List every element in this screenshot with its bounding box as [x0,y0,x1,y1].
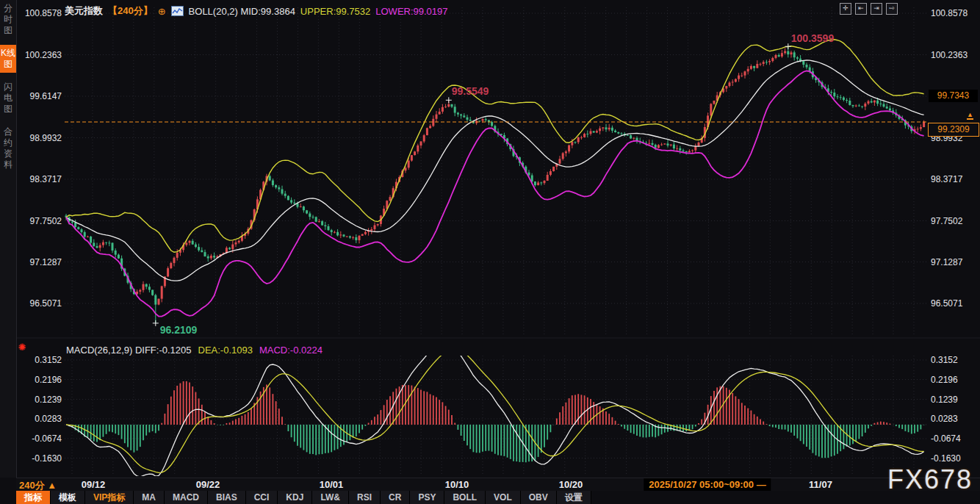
chart-header: 美元指数 【240分】 ⊕ BOLL(20,2) MID:99.3864 UPP… [65,4,448,18]
svg-text:96.2109: 96.2109 [160,324,198,336]
toolbar-btn-CCI[interactable]: CCI [246,491,278,504]
sidebar-item-1[interactable]: K线图 [0,45,16,73]
toolbar-btn-CR[interactable]: CR [381,491,410,504]
price-marker-icon: ▲ [967,112,973,120]
watermark: FX678 [887,464,973,495]
date-tick: 10/10 [445,479,469,490]
toolbar-btn-PSY[interactable]: PSY [410,491,444,504]
date-tick: 11/07 [809,479,832,490]
toolbar-btn-VOL[interactable]: VOL [486,491,521,504]
boll-upper-value: UPPER:99.7532 [300,6,370,17]
toolbar-btn-KDJ[interactable]: KDJ [278,491,312,504]
collapse-right-icon[interactable]: ⇨ [886,3,898,15]
window-tools: ✛⇤⇥⇨ [840,3,898,15]
macd-header: MACD(26,12,9) DIFF:-0.1205 DEA:-0.1093 M… [66,345,323,356]
toolbar-btn-BIAS[interactable]: BIAS [208,491,246,504]
boll-mid-value: BOLL(20,2) MID:99.3864 [189,6,295,17]
pan-icon[interactable]: ✛ [840,3,851,15]
toolbar-btn-模板[interactable]: 模板 [51,491,85,504]
sidebar-item-0[interactable]: 分时图 [0,0,16,39]
toolbar-btn-指标[interactable]: 指标 [16,491,51,504]
main-chart[interactable]: 96.210999.5549100.3599 [0,0,980,504]
last-price-tag: 99.2309 [928,123,979,137]
indicator-toolbar: 指标模板VIP指标MAMACDBIASCCIKDJLW&RSICRPSYBOLL… [16,491,980,504]
xaxis-row: 240分 ▲ 2025/10/27 05:00~09:00 — 09/1209/… [16,478,980,492]
sidebar-item-3[interactable]: 合约资料 [0,123,16,173]
symbol-name: 美元指数 [65,4,103,18]
toolbar-btn-MACD[interactable]: MACD [165,491,208,504]
toolbar-btn-设置[interactable]: 设置 [557,491,591,504]
chart-type-sidebar: 分时图K线图闪电图合约资料 [0,0,17,478]
macd-diff-value: MACD(26,12,9) DIFF:-0.1205 [66,345,192,356]
upper-band-price-tag: 99.7343 [929,90,978,102]
scale-right-icon[interactable]: ⇥ [871,3,882,15]
toolbar-btn-RSI[interactable]: RSI [349,491,381,504]
app-window: 分时图K线图闪电图合约资料 96.210999.5549100.3599 美元指… [0,0,980,504]
toolbar-btn-LW&[interactable]: LW& [312,491,349,504]
boll-lower-value: LOWER:99.0197 [375,6,447,17]
toolbar-btn-BOLL[interactable]: BOLL [444,491,486,504]
mini-chart-icon[interactable] [171,6,184,16]
toolbar-btn-MA[interactable]: MA [134,491,165,504]
indicator-settings-icon[interactable]: ✺ [17,342,27,353]
date-tick: 09/12 [82,479,106,490]
toolbar-btn-OBV[interactable]: OBV [521,491,557,504]
macd-bar-value: MACD:-0.0224 [259,345,323,356]
sidebar-item-2[interactable]: 闪电图 [0,79,16,118]
toolbar-btn-VIP指标[interactable]: VIP指标 [85,491,134,504]
selected-candle-time: 2025/10/27 05:00~09:00 — [644,478,771,491]
svg-text:100.3599: 100.3599 [791,32,835,44]
circle-plus-icon[interactable]: ⊕ [158,6,166,17]
macd-dea-value: DEA:-0.1093 [198,345,253,356]
date-tick: 10/20 [559,479,583,490]
date-tick: 10/01 [320,479,344,490]
svg-text:99.5549: 99.5549 [452,85,489,97]
date-tick: 09/22 [196,479,220,490]
period-label[interactable]: 【240分】 [108,4,153,18]
scale-left-icon[interactable]: ⇤ [855,3,867,15]
